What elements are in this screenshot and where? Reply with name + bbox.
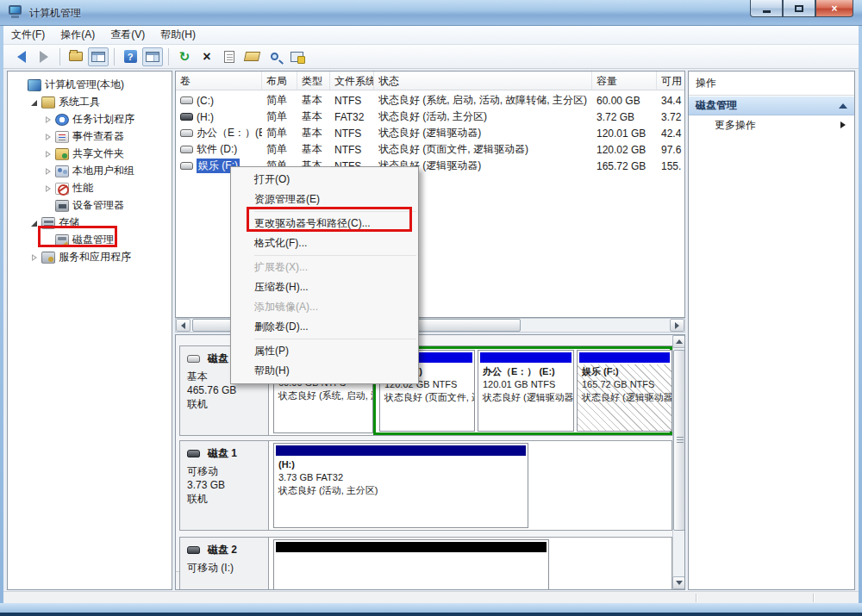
search-button[interactable] <box>264 47 284 66</box>
system-tools-icon <box>41 96 55 109</box>
toolbar: ?↻× <box>3 45 859 69</box>
show-action-pane-button[interactable] <box>142 47 163 66</box>
forward-button[interactable] <box>34 47 54 66</box>
close-button[interactable]: × <box>815 0 853 17</box>
sidebar-item-9[interactable]: 磁盘管理 <box>44 232 114 248</box>
context-menu-item-11[interactable]: 属性(P) <box>231 341 418 361</box>
partition-(H:)[interactable]: (H:)3.73 GB FAT32状态良好 (活动, 主分区) <box>273 443 528 528</box>
expand-arrow-icon[interactable] <box>44 167 53 176</box>
collapse-arrow-icon[interactable] <box>30 219 39 227</box>
disk-row-2: 磁盘 2可移动 (I:) <box>179 537 672 590</box>
disk-name-text: 磁盘 1 <box>208 446 237 461</box>
context-menu-item-9[interactable]: 删除卷(D)... <box>231 317 418 337</box>
properties-button[interactable] <box>219 47 240 66</box>
vertical-scrollbar[interactable] <box>672 335 685 589</box>
menu-item-3[interactable]: 帮助(H) <box>153 25 203 45</box>
scroll-right-button[interactable] <box>670 319 684 332</box>
add-snapin-button[interactable] <box>286 47 307 66</box>
context-menu-item-0[interactable]: 打开(O) <box>231 170 418 190</box>
expand-arrow-icon[interactable] <box>44 150 53 159</box>
context-menu-item-12[interactable]: 帮助(H) <box>231 361 418 381</box>
status-bar-separator <box>813 594 814 602</box>
cell-文件系统: NTFS <box>330 128 374 140</box>
context-menu-item-3[interactable]: 更改驱动器号和路径(C)... <box>231 214 418 233</box>
up-folder-icon <box>69 52 83 61</box>
disk-icon <box>187 355 200 363</box>
services-icon <box>41 252 55 264</box>
partition-unallocated[interactable] <box>273 539 549 590</box>
delete-button[interactable]: × <box>197 47 217 66</box>
sidebar-item-0[interactable]: 计算机管理(本地) <box>16 77 124 93</box>
toolbar-separator <box>114 48 115 65</box>
refresh-button[interactable]: ↻ <box>174 47 195 66</box>
partition-status: 状态良好 (系统, 启动, 活动, 故障转储, 主分区) <box>278 389 368 402</box>
actions-section-disk-management[interactable]: 磁盘管理 <box>689 96 854 115</box>
collapse-section-icon[interactable] <box>839 103 847 109</box>
show-action-pane-icon <box>146 52 159 62</box>
cell-布局: 简单 <box>262 142 297 157</box>
expand-arrow-icon[interactable] <box>30 253 39 262</box>
drive-icon <box>180 146 193 153</box>
menu-item-1[interactable]: 操作(A) <box>53 25 103 45</box>
disk-name: 磁盘 1 <box>187 446 261 461</box>
column-header-5[interactable]: 容量 <box>592 72 657 90</box>
column-header-6[interactable]: 可用 <box>657 72 685 90</box>
table-row[interactable]: (H:)简单基本FAT32状态良好 (活动, 主分区)3.72 GB3.72 <box>176 109 685 125</box>
scroll-down-button[interactable] <box>672 576 685 589</box>
partition-娱乐 (F:)[interactable]: 娱乐 (F:)165.72 GB NTFS状态良好 (逻辑驱动器) <box>577 350 672 432</box>
maximize-icon <box>795 5 803 12</box>
sidebar-item-6[interactable]: 性能 <box>44 180 93 196</box>
expand-arrow-icon[interactable] <box>44 184 53 193</box>
up-folder-button[interactable] <box>66 47 86 66</box>
expand-arrow-icon[interactable] <box>44 115 53 124</box>
context-menu-item-1[interactable]: 资源管理器(E) <box>231 190 418 209</box>
column-header-3[interactable]: 文件系统 <box>330 72 374 90</box>
cell-类型: 基本 <box>297 142 330 157</box>
expand-arrow-icon[interactable] <box>44 133 53 141</box>
menu-item-2[interactable]: 查看(V) <box>103 25 153 45</box>
sidebar-item-8[interactable]: 存储 <box>30 215 79 231</box>
vertical-scroll-thumb[interactable] <box>673 350 685 531</box>
scroll-left-icon <box>181 322 185 329</box>
sidebar-item-label: 任务计划程序 <box>72 112 134 127</box>
sidebar-item-7[interactable]: 设备管理器 <box>44 197 124 214</box>
partition-办公（E：） (E:)[interactable]: 办公（E：） (E:)120.01 GB NTFS状态良好 (逻辑驱动器) <box>478 350 574 432</box>
console-tree-pane: 计算机管理(本地)系统工具任务计划程序事件查看器共享文件夹本地用户和组性能设备管… <box>7 71 172 590</box>
sidebar-item-3[interactable]: 事件查看器 <box>44 128 124 145</box>
cell-布局: 简单 <box>262 126 297 140</box>
menu-separator <box>254 211 416 212</box>
sidebar-item-10[interactable]: 服务和应用程序 <box>30 249 131 265</box>
scroll-up-button[interactable] <box>672 335 685 348</box>
collapse-arrow-icon[interactable] <box>30 98 39 107</box>
more-actions-item[interactable]: 更多操作 <box>689 115 854 134</box>
column-header-4[interactable]: 状态 <box>374 72 592 90</box>
disk-label[interactable]: 磁盘 1可移动3.73 GB联机 <box>180 441 269 530</box>
sidebar-item-1[interactable]: 系统工具 <box>30 94 100 110</box>
table-row[interactable]: 办公（E：）(E:)简单基本NTFS状态良好 (逻辑驱动器)120.01 GB4… <box>176 125 685 141</box>
back-button[interactable] <box>11 47 32 66</box>
toolbar-separator <box>59 48 60 65</box>
menu-item-0[interactable]: 文件(F) <box>3 25 53 45</box>
sidebar-item-4[interactable]: 共享文件夹 <box>44 146 124 162</box>
expander-spacer <box>44 202 53 210</box>
help-button[interactable]: ? <box>120 47 141 66</box>
column-header-1[interactable]: 布局 <box>262 72 297 90</box>
disk-label[interactable]: 磁盘 2可移动 (I:) <box>180 538 269 590</box>
sidebar-item-5[interactable]: 本地用户和组 <box>44 163 134 179</box>
cell-布局: 简单 <box>262 109 297 124</box>
table-row[interactable]: (C:)简单基本NTFS状态良好 (系统, 启动, 活动, 故障转储, 主分区)… <box>176 92 685 109</box>
open-folder-button[interactable] <box>241 47 262 66</box>
table-row[interactable]: 软件 (D:)简单基本NTFS状态良好 (页面文件, 逻辑驱动器)120.02 … <box>176 141 685 158</box>
partition-status: 状态良好 (逻辑驱动器) <box>582 391 667 404</box>
volume-name: 办公（E：）(E:) <box>197 126 262 140</box>
column-header-2[interactable]: 类型 <box>297 72 330 90</box>
context-menu-item-7[interactable]: 压缩卷(H)... <box>231 277 418 297</box>
minimize-button[interactable] <box>750 0 783 17</box>
column-header-0[interactable]: 卷 <box>176 72 262 90</box>
maximize-button[interactable] <box>783 0 815 17</box>
show-console-tree-button[interactable] <box>88 47 109 66</box>
sidebar-item-2[interactable]: 任务计划程序 <box>44 111 134 128</box>
scroll-left-button[interactable] <box>176 319 191 332</box>
context-menu-item-4[interactable]: 格式化(F)... <box>231 233 418 253</box>
more-actions-label: 更多操作 <box>715 118 756 133</box>
